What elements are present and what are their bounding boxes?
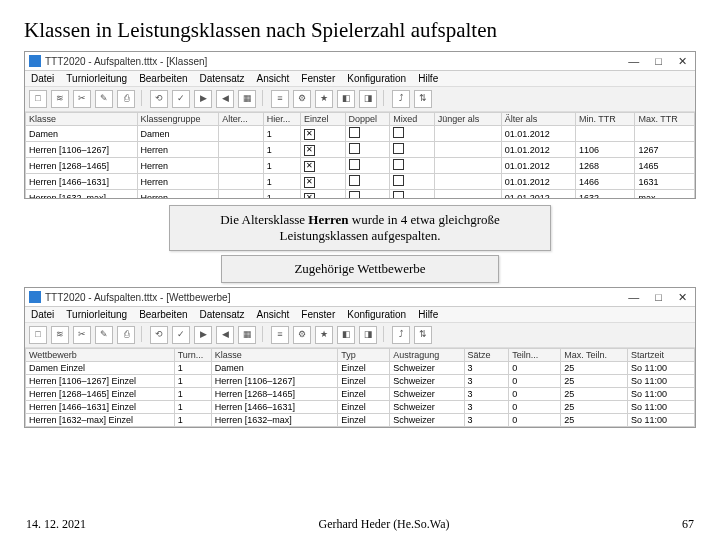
column-header[interactable]: Sätze — [464, 349, 509, 362]
toolbar-button[interactable]: ⇅ — [414, 90, 432, 108]
menu-item[interactable]: Fenster — [301, 309, 335, 320]
column-header[interactable]: Typ — [338, 349, 390, 362]
toolbar-button[interactable]: ◨ — [359, 90, 377, 108]
menu-item[interactable]: Hilfe — [418, 309, 438, 320]
menu-item[interactable]: Hilfe — [418, 73, 438, 84]
column-header[interactable]: Min. TTR — [575, 113, 634, 126]
close-button[interactable]: ✕ — [674, 55, 691, 68]
toolbar-button[interactable]: ◀ — [216, 90, 234, 108]
toolbar-button[interactable]: ⤴ — [392, 326, 410, 344]
column-header[interactable]: Älter als — [501, 113, 575, 126]
toolbar-button[interactable]: ✎ — [95, 326, 113, 344]
toolbar-button[interactable]: ⟲ — [150, 90, 168, 108]
menu-item[interactable]: Fenster — [301, 73, 335, 84]
toolbar-button[interactable]: ⤴ — [392, 90, 410, 108]
toolbar-button[interactable]: ★ — [315, 326, 333, 344]
toolbar-button[interactable]: ◧ — [337, 90, 355, 108]
column-header[interactable]: Teiln... — [509, 349, 561, 362]
cell — [219, 190, 264, 199]
minimize-button[interactable]: — — [624, 291, 643, 304]
cell: Schweizer — [390, 388, 464, 401]
toolbar-button[interactable]: ✂ — [73, 326, 91, 344]
cell: So 11:00 — [628, 401, 695, 414]
table-row[interactable]: Herren [1632–max] Einzel1Herren [1632–ma… — [26, 414, 695, 427]
menu-item[interactable]: Datei — [31, 309, 54, 320]
close-button[interactable]: ✕ — [674, 291, 691, 304]
table-row[interactable]: Herren [1632–max]Herren1✕01.01.20121632m… — [26, 190, 695, 199]
maximize-button[interactable]: □ — [651, 291, 666, 304]
column-header[interactable]: Max. TTR — [635, 113, 695, 126]
table-row[interactable]: Herren [1106–1267] Einzel1Herren [1106–1… — [26, 375, 695, 388]
toolbar-button[interactable]: ⎙ — [117, 326, 135, 344]
menu-item[interactable]: Ansicht — [257, 309, 290, 320]
column-header[interactable]: Startzeit — [628, 349, 695, 362]
column-header[interactable]: Klassengruppe — [137, 113, 219, 126]
cell: 0 — [509, 401, 561, 414]
toolbar-button[interactable]: ≡ — [271, 326, 289, 344]
column-header[interactable]: Klasse — [26, 113, 138, 126]
toolbar-button[interactable]: □ — [29, 326, 47, 344]
menu-item[interactable]: Konfiguration — [347, 309, 406, 320]
toolbar-button[interactable]: ≡ — [271, 90, 289, 108]
slide-title: Klassen in Leistungsklassen nach Spieler… — [24, 18, 696, 43]
cell: 1 — [174, 401, 211, 414]
callout-wettbewerbe: Zugehörige Wettbewerbe — [221, 255, 499, 283]
cell: 3 — [464, 362, 509, 375]
table-row[interactable]: DamenDamen1✕01.01.2012 — [26, 126, 695, 142]
menu-item[interactable]: Datei — [31, 73, 54, 84]
toolbar-button[interactable]: ✓ — [172, 326, 190, 344]
column-header[interactable]: Turn... — [174, 349, 211, 362]
toolbar-button[interactable]: ✓ — [172, 90, 190, 108]
column-header[interactable]: Austragung — [390, 349, 464, 362]
toolbar-button[interactable]: ⚙ — [293, 90, 311, 108]
toolbar-button[interactable]: ⟲ — [150, 326, 168, 344]
toolbar-button[interactable]: ▦ — [238, 326, 256, 344]
menu-item[interactable]: Datensatz — [200, 73, 245, 84]
toolbar-button[interactable]: ⚙ — [293, 326, 311, 344]
cell: ✕ — [301, 142, 346, 158]
toolbar-button[interactable]: ▶ — [194, 326, 212, 344]
toolbar-button[interactable]: ✎ — [95, 90, 113, 108]
maximize-button[interactable]: □ — [651, 55, 666, 68]
cell — [345, 190, 390, 199]
table-row[interactable]: Damen Einzel1DamenEinzelSchweizer3025So … — [26, 362, 695, 375]
menu-item[interactable]: Ansicht — [257, 73, 290, 84]
menu-item[interactable]: Bearbeiten — [139, 309, 187, 320]
cell: 1 — [174, 414, 211, 427]
table-row[interactable]: Herren [1268–1465] Einzel1Herren [1268–1… — [26, 388, 695, 401]
table-row[interactable]: Herren [1106–1267]Herren1✕01.01.20121106… — [26, 142, 695, 158]
column-header[interactable]: Einzel — [301, 113, 346, 126]
menu-item[interactable]: Turniorleitung — [66, 73, 127, 84]
menu-item[interactable]: Datensatz — [200, 309, 245, 320]
toolbar-button[interactable]: □ — [29, 90, 47, 108]
menu-item[interactable]: Bearbeiten — [139, 73, 187, 84]
toolbar-button[interactable]: ✂ — [73, 90, 91, 108]
column-header[interactable]: Max. Teiln. — [561, 349, 628, 362]
toolbar-button[interactable]: ⇅ — [414, 326, 432, 344]
cell: Herren [1632–max] — [26, 190, 138, 199]
column-header[interactable]: Mixed — [390, 113, 435, 126]
menu-item[interactable]: Turniorleitung — [66, 309, 127, 320]
column-header[interactable]: Doppel — [345, 113, 390, 126]
toolbar-button[interactable]: ≋ — [51, 90, 69, 108]
column-header[interactable]: Alter... — [219, 113, 264, 126]
column-header[interactable]: Klasse — [211, 349, 337, 362]
toolbar-button[interactable]: ⎙ — [117, 90, 135, 108]
menu-item[interactable]: Konfiguration — [347, 73, 406, 84]
table-row[interactable]: Herren [1268–1465]Herren1✕01.01.20121268… — [26, 158, 695, 174]
toolbar-button[interactable]: ▶ — [194, 90, 212, 108]
toolbar-button[interactable]: ◧ — [337, 326, 355, 344]
column-header[interactable]: Wettbewerb — [26, 349, 175, 362]
toolbar-button[interactable]: ◀ — [216, 326, 234, 344]
cell: 25 — [561, 388, 628, 401]
table-row[interactable]: Herren [1466–1631] Einzel1Herren [1466–1… — [26, 401, 695, 414]
toolbar-button[interactable]: ★ — [315, 90, 333, 108]
column-header[interactable]: Jünger als — [434, 113, 501, 126]
minimize-button[interactable]: — — [624, 55, 643, 68]
table-row[interactable]: Herren [1466–1631]Herren1✕01.01.20121466… — [26, 174, 695, 190]
toolbar-button[interactable]: ◨ — [359, 326, 377, 344]
column-header[interactable]: Hier... — [263, 113, 300, 126]
toolbar-button[interactable]: ≋ — [51, 326, 69, 344]
cell: Herren [1466–1631] — [26, 174, 138, 190]
toolbar-button[interactable]: ▦ — [238, 90, 256, 108]
